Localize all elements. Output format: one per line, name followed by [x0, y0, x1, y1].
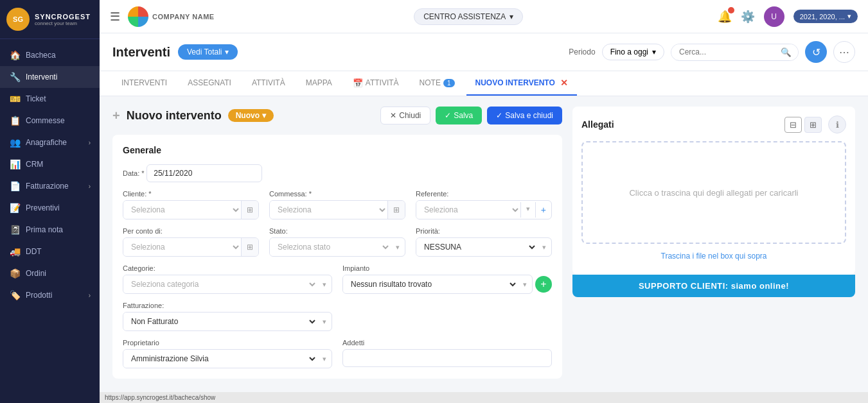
commessa-label: Commessa: *	[269, 190, 405, 198]
fatturazione-label: Fatturazione:	[123, 302, 332, 309]
referente-select[interactable]: Seleziona	[416, 201, 520, 219]
notification-icon[interactable]: 🔔	[718, 10, 732, 24]
stato-chevron-icon[interactable]: ▾	[391, 238, 405, 256]
sidebar-item-ordini[interactable]: 📦Ordini	[0, 262, 100, 284]
proprietario-select[interactable]: Amministrazione Silvia	[123, 350, 317, 368]
ddt-icon: 🚚	[9, 246, 21, 257]
data-row: Data: *	[123, 164, 552, 182]
sidebar-item-prodotti[interactable]: 🏷️Prodotti›	[0, 284, 100, 306]
nuovo-badge[interactable]: Nuovo ▾	[228, 109, 274, 122]
tab-nuovo-intervento[interactable]: NUOVO INTERVENTO✕	[466, 71, 577, 96]
per-conto-select[interactable]: Seleziona	[123, 238, 241, 256]
stato-group: Stato: Seleziona stato ▾	[269, 227, 405, 257]
proprietario-chevron-icon[interactable]: ▾	[317, 350, 332, 368]
ordini-icon: 📦	[9, 268, 21, 279]
sidebar-item-label: CRM	[26, 160, 43, 169]
sidebar-item-prima-nota[interactable]: 📓Prima nota	[0, 219, 100, 241]
cliente-select[interactable]: Seleziona	[123, 201, 241, 219]
status-url: https://app.syncrogest.it/bacheca/show	[105, 394, 215, 401]
support-banner[interactable]: SUPPORTO CLIENTI: siamo online!	[572, 275, 855, 297]
sidebar-item-fatturazione[interactable]: 📄Fatturazione›	[0, 175, 100, 197]
stato-select[interactable]: Seleziona stato	[270, 238, 391, 256]
settings-icon[interactable]: ⚙️	[741, 10, 755, 24]
impianto-wrap: Nessun risultato trovato ▾ +	[342, 275, 552, 294]
impianto-chevron-icon[interactable]: ▾	[518, 278, 532, 291]
tab-attivita[interactable]: ATTIVITÀ	[243, 72, 294, 95]
sidebar-logo: SG SYNCROGEST connect your team	[0, 0, 100, 39]
addetti-group: Addetti	[342, 339, 552, 368]
impianto-select[interactable]: Nessun risultato trovato	[343, 275, 518, 293]
generale-section: Generale Data: * Cliente: * Seleziona	[112, 135, 562, 379]
tab-assegnati[interactable]: ASSEGNATI	[179, 72, 240, 95]
impianto-add-button[interactable]: +	[535, 276, 552, 293]
preventivi-icon: 📝	[9, 203, 21, 213]
proprietario-select-wrap: Amministrazione Silvia ▾	[123, 349, 332, 368]
close-button[interactable]: ✕ Chiudi	[380, 107, 430, 124]
tab-attivita2[interactable]: 📅ATTIVITÀ	[344, 72, 408, 96]
menu-icon[interactable]: ☰	[110, 10, 120, 24]
periodo-select[interactable]: Fino a oggi ▾	[602, 44, 664, 60]
search-button[interactable]: 🔍	[774, 44, 798, 60]
sidebar-nav: 🏠Bacheca🔧Interventi🎫Ticket📋Commesse👥Anag…	[0, 39, 100, 403]
view-grid-button[interactable]: ⊞	[804, 117, 822, 133]
categorie-chevron-icon[interactable]: ▾	[317, 275, 332, 293]
bacheca-icon: 🏠	[9, 50, 21, 60]
save-close-button[interactable]: ✓ Salva e chiudi	[487, 107, 562, 124]
info-button[interactable]: ℹ	[828, 116, 846, 133]
cliente-select-icon[interactable]: ⊞	[241, 201, 258, 219]
commessa-select[interactable]: Seleziona	[270, 201, 387, 219]
fatturazione-select[interactable]: Non Fatturato	[123, 313, 317, 330]
tab-mappa[interactable]: MAPPA	[297, 72, 341, 95]
sidebar-item-label: Ordini	[26, 269, 46, 278]
sidebar-item-preventivi[interactable]: 📝Preventivi	[0, 197, 100, 219]
search-input[interactable]	[671, 44, 774, 60]
close-x-icon: ✕	[390, 111, 396, 120]
year-selector[interactable]: 2021, 2020, ... ▾	[793, 10, 858, 23]
tab-bar: INTERVENTIASSEGNATIATTIVITÀMAPPA📅ATTIVIT…	[100, 71, 868, 96]
categorie-group: Categorie: Seleziona categoria ▾	[123, 264, 332, 294]
impianto-group: Impianto Nessun risultato trovato ▾ +	[342, 264, 552, 294]
categorie-select[interactable]: Seleziona categoria	[123, 275, 317, 293]
drop-zone[interactable]: Clicca o trascina qui degli allegati per…	[581, 141, 846, 244]
referente-add-icon[interactable]: +	[535, 202, 551, 218]
user-avatar[interactable]: U	[764, 6, 784, 27]
more-button[interactable]: ⋯	[833, 41, 855, 63]
sidebar-item-ticket[interactable]: 🎫Ticket	[0, 88, 100, 110]
sidebar-item-bacheca[interactable]: 🏠Bacheca	[0, 44, 100, 66]
centro-assistenza-btn[interactable]: CENTRO ASSISTENZA ▾	[414, 8, 523, 25]
referente-chevron[interactable]: ▾	[520, 202, 535, 218]
commessa-select-icon[interactable]: ⊞	[387, 201, 405, 219]
save-button[interactable]: ✓ Salva	[436, 107, 482, 124]
tab-badge: 1	[443, 79, 455, 87]
year-chevron: ▾	[847, 12, 851, 21]
tab-label: INTERVENTI	[121, 78, 167, 87]
tab-close-icon[interactable]: ✕	[560, 78, 568, 88]
categorie-label: Categorie:	[123, 264, 332, 272]
priorita-chevron-icon[interactable]: ▾	[537, 238, 551, 256]
sidebar-item-commesse[interactable]: 📋Commesse	[0, 110, 100, 132]
refresh-button[interactable]: ↺	[805, 41, 827, 63]
sidebar-item-crm[interactable]: 📊CRM	[0, 153, 100, 175]
company-name: COMPANY NAME	[152, 13, 215, 21]
sidebar-item-anagrafiche[interactable]: 👥Anagrafiche›	[0, 132, 100, 153]
allegati-card: Allegati ⊟ ⊞ ℹ Clicca o trascina qui deg…	[572, 107, 855, 275]
nuovo-badge-chevron: ▾	[262, 111, 266, 120]
tab-label: MAPPA	[306, 78, 332, 87]
tab-note[interactable]: NOTE1	[411, 72, 464, 95]
tab-label: ATTIVITÀ	[366, 78, 399, 87]
impianto-select-wrap: Nessun risultato trovato ▾	[342, 275, 533, 294]
allegati-header: Allegati ⊟ ⊞ ℹ	[581, 116, 846, 133]
sidebar-item-ddt[interactable]: 🚚DDT	[0, 241, 100, 262]
data-input[interactable]	[146, 164, 262, 182]
vedi-totali-button[interactable]: Vedi Totali ▾	[178, 44, 238, 60]
per-conto-select-icon[interactable]: ⊞	[241, 238, 258, 256]
view-list-button[interactable]: ⊟	[784, 117, 802, 133]
nuovo-badge-label: Nuovo	[236, 111, 260, 120]
tab-interventi[interactable]: INTERVENTI	[112, 72, 176, 95]
sidebar-item-label: Anagrafiche	[26, 138, 67, 147]
sidebar-item-interventi[interactable]: 🔧Interventi	[0, 66, 100, 88]
addetti-input[interactable]	[342, 349, 552, 367]
per-conto-label: Per conto di:	[123, 227, 259, 235]
fatturazione-chevron-icon[interactable]: ▾	[317, 313, 332, 330]
priorita-select[interactable]: NESSUNA	[416, 238, 537, 256]
